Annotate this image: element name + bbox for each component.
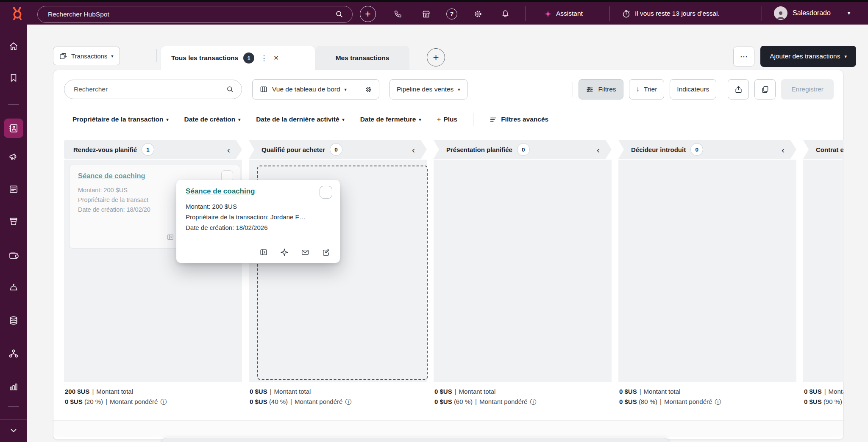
sidebar-collapse-chevron-icon[interactable] [8, 425, 19, 436]
column-weighted-amount: 0 $US [434, 398, 452, 405]
pipeline-column-header[interactable]: Présentation planifiée 0 ‹ [434, 140, 612, 159]
quick-filter-chip[interactable]: Propriétaire de la transaction ▾ [72, 116, 169, 123]
view-selector-label: Vue de tableau de bord [272, 86, 340, 93]
account-menu[interactable]: Salesdorado [793, 9, 831, 17]
info-icon[interactable]: ⓘ [160, 398, 167, 405]
filters-label: Filtres [598, 86, 616, 93]
assistant-sparkle-icon[interactable] [544, 10, 552, 18]
add-transactions-label: Ajouter des transactions [770, 52, 840, 60]
board-search-input[interactable] [64, 80, 242, 99]
column-footer: 0 $US|Montant total 0 $US (40 %)|Montant… [249, 382, 427, 406]
sidebar-item-reporting[interactable] [8, 381, 19, 392]
search-icon[interactable] [226, 85, 234, 94]
quick-filter-chip[interactable]: Date de la dernière activité ▾ [256, 116, 344, 123]
notifications-bell-icon[interactable] [501, 9, 510, 19]
avatar[interactable] [774, 6, 787, 20]
ai-sparkle-icon[interactable] [280, 248, 289, 257]
deal-card-dragging[interactable]: Séance de coaching Montant: 200 $US Prop… [176, 180, 340, 263]
sidebar-item-service[interactable] [8, 282, 19, 293]
column-body[interactable] [618, 160, 796, 382]
hubspot-logo-icon[interactable] [8, 5, 26, 21]
help-icon[interactable]: ? [446, 8, 457, 19]
preview-panel-icon[interactable] [166, 233, 175, 241]
sidebar-item-bookmarks[interactable] [8, 72, 19, 83]
pipeline-column-header[interactable]: Qualifié pour acheter 0 ‹ [249, 140, 427, 159]
quick-filter-chip[interactable]: Date de création ▾ [184, 116, 241, 123]
tab-mes-transactions[interactable]: Mes transactions [315, 46, 409, 70]
add-filter-button[interactable]: + Plus [437, 115, 457, 124]
horizontal-scrollbar-track[interactable] [53, 421, 843, 437]
tab-close-icon[interactable]: ✕ [273, 54, 279, 62]
save-button[interactable]: Enregistrer [781, 79, 834, 99]
deal-owner: Propriétaire de la transaction: Jordane … [186, 213, 331, 221]
more-options-button[interactable]: ⋯ [733, 47, 754, 66]
sidebar-item-content[interactable] [8, 184, 19, 195]
phone-icon[interactable] [393, 9, 403, 19]
sort-button[interactable]: ↓ Trier [629, 79, 665, 99]
tab-options-kebab-icon[interactable]: ⋮ [259, 54, 268, 63]
preview-panel-icon[interactable] [259, 248, 268, 257]
info-icon[interactable]: ⓘ [530, 398, 536, 405]
sort-label: Trier [644, 86, 657, 93]
chevron-down-icon: ▾ [419, 117, 421, 122]
add-transactions-button[interactable]: Ajouter des transactions ▾ [760, 46, 856, 67]
metrics-button[interactable]: Indicateurs [670, 79, 716, 99]
filters-button[interactable]: Filtres [579, 79, 623, 99]
create-icon[interactable]: + [360, 6, 376, 22]
column-total-amount: 0 $US [250, 388, 267, 395]
quick-filter-chip[interactable]: Date de fermeture ▾ [360, 116, 421, 123]
toolbar-divider [573, 82, 573, 97]
global-search-input[interactable] [37, 6, 353, 23]
deal-checkbox[interactable] [320, 186, 332, 199]
column-total-label: Montant total [644, 388, 681, 395]
pipeline-column-header[interactable]: Rendez-vous planifié 1 ‹ [64, 140, 242, 159]
column-total-label: Montant total [274, 388, 311, 395]
sidebar-item-crm[interactable] [4, 119, 23, 138]
pipeline-column-header[interactable]: Décideur introduit 0 ‹ [618, 140, 796, 159]
column-footer: 0 $US|Montant total 0 $US (80 %)|Montant… [618, 382, 796, 406]
column-weighted-percent: (40 %) [269, 398, 288, 405]
column-count-badge: 1 [142, 143, 154, 156]
email-envelope-icon[interactable] [300, 248, 310, 257]
object-switcher-button[interactable]: Transactions ▾ [53, 47, 120, 65]
info-icon[interactable]: ⓘ [345, 398, 351, 405]
column-count-badge: 0 [690, 143, 703, 156]
pipeline-column-header[interactable]: Contrat e 0 ‹ [803, 140, 843, 159]
deal-title-link[interactable]: Séance de coaching [78, 172, 231, 180]
column-count-badge: 0 [330, 143, 342, 156]
sidebar-item-payments[interactable] [8, 250, 19, 261]
chevron-down-icon[interactable]: ▾ [848, 10, 850, 16]
settings-gear-icon[interactable] [473, 9, 483, 19]
quick-filter-label: Date de la dernière activité [256, 116, 339, 123]
column-count-badge: 0 [517, 143, 530, 156]
column-collapse-chevron-icon[interactable]: ‹ [597, 145, 600, 154]
column-body[interactable] [803, 160, 843, 382]
column-collapse-chevron-icon[interactable]: ‹ [782, 145, 785, 154]
column-total-amount: 200 $US [65, 388, 89, 395]
clone-view-button[interactable] [754, 79, 776, 99]
info-icon[interactable]: ⓘ [715, 398, 721, 405]
deal-title-link[interactable]: Séance de coaching [186, 187, 331, 196]
board-settings-gear-icon[interactable] [358, 80, 379, 99]
tab-tous-les-transactions[interactable]: Tous les transactions 1 ⋮ ✕ [161, 46, 315, 70]
export-button[interactable] [728, 79, 749, 99]
sidebar-item-home[interactable] [8, 41, 19, 52]
search-icon[interactable] [335, 10, 344, 19]
column-collapse-chevron-icon[interactable]: ‹ [227, 145, 230, 154]
save-label: Enregistrer [791, 86, 823, 93]
view-selector-button[interactable]: Vue de tableau de bord ▾ [253, 80, 353, 99]
board-panel: Vue de tableau de bord ▾ Pipeline des ve… [53, 70, 843, 440]
add-view-button[interactable]: + [427, 48, 445, 66]
assistant-button[interactable]: Assistant [556, 10, 583, 17]
note-compose-icon[interactable] [321, 248, 331, 257]
column-collapse-chevron-icon[interactable]: ‹ [412, 145, 415, 154]
advanced-filters-button[interactable]: Filtres avancés [489, 116, 548, 124]
sidebar-item-commerce[interactable] [8, 216, 19, 227]
marketplace-icon[interactable] [421, 9, 431, 19]
column-body[interactable] [434, 160, 612, 382]
sidebar-item-data[interactable] [8, 315, 19, 326]
pipeline-selector-button[interactable]: Pipeline des ventes ▾ [389, 79, 467, 99]
share-export-icon [734, 85, 743, 94]
sidebar-item-automations[interactable] [8, 348, 19, 359]
sidebar-item-marketing[interactable] [8, 152, 19, 163]
